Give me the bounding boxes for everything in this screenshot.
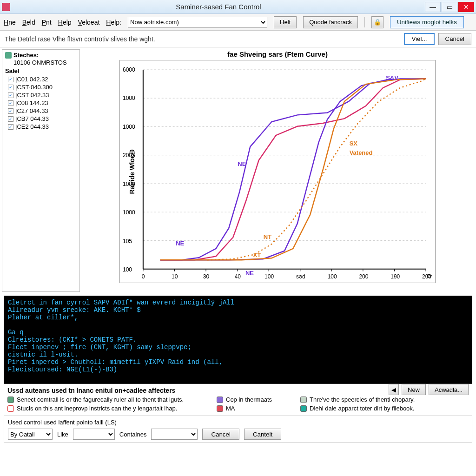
legend-swatch-icon <box>217 397 223 403</box>
prev-button[interactable]: ◀ <box>389 384 399 395</box>
chart-annotation: Vatened <box>350 149 373 156</box>
x-tick: 200 <box>359 273 368 280</box>
cancel-button[interactable]: Cancel <box>438 33 472 45</box>
menu-3[interactable]: Help <box>58 19 72 26</box>
filter-cantet-button[interactable]: Cantelt <box>244 429 281 440</box>
y-tick: 100 <box>123 266 132 273</box>
filter-by-select[interactable]: By Oatail <box>8 429 53 440</box>
y-tick: 1000 <box>123 124 135 130</box>
legend-buttons: ◀ New Acwadla... <box>389 384 469 395</box>
legend-item: Diehi daie apparct toter dirt by flleboo… <box>300 405 415 412</box>
sidebar-item-label: |C27 044.33 <box>15 107 48 114</box>
y-tick: 2005 <box>123 152 135 159</box>
console-output[interactable]: Cletrct in fan cyrrol SAPV ADIf* wan evr… <box>4 296 472 384</box>
titlebar: Saminer-sased Fan Control — ▭ ✕ <box>0 0 476 14</box>
menu-1[interactable]: Beld <box>22 19 35 26</box>
sidebar-item-4[interactable]: |C27 044.33 <box>5 107 77 115</box>
close-button[interactable]: ✕ <box>458 2 474 12</box>
sidebar-item-3[interactable]: |C08 144.23 <box>5 99 77 107</box>
sidebar: Steches: 10106 ONMRSTOS Salel |C01 042.3… <box>2 49 80 292</box>
chart-svg <box>120 60 435 283</box>
y-tick: 105 <box>123 238 132 245</box>
sidebar-item-2[interactable]: |CST 042.33 <box>5 91 77 99</box>
filter-row: By Oatail Like Containes Cancel Cantelt <box>8 429 468 440</box>
viel-button[interactable]: Viel... <box>404 33 434 45</box>
address-select[interactable]: Now aotriste.com) <box>128 17 267 28</box>
y-tick: 1000 <box>123 95 135 101</box>
y-tick: 6000 <box>123 66 135 73</box>
minimize-button[interactable]: — <box>425 2 441 12</box>
chart-annotation: NE <box>176 240 184 247</box>
x-tick: 100 <box>264 273 274 280</box>
sidebar-item-label: |C08 144.23 <box>15 99 48 106</box>
x-tick: 30 <box>203 273 209 280</box>
chart-annotation: NE <box>238 160 246 167</box>
legend-swatch-icon <box>300 397 307 403</box>
menu-2[interactable]: Pnt <box>42 19 52 26</box>
sidebar-item-1[interactable]: |CST·040.300 <box>5 83 77 91</box>
acwadla-button[interactable]: Acwadla... <box>429 384 469 395</box>
checkbox-icon[interactable] <box>8 116 13 122</box>
chart-title: fae Shveing sars (Ftem Curve) <box>84 50 471 58</box>
sidebar-item-label: |C01 042.32 <box>15 76 48 83</box>
legend-item: Senect comtrall is or the fagurecally ru… <box>7 396 203 403</box>
legend-text: Cop in thermaats <box>226 396 272 403</box>
legend-item: Cop in thermaats <box>217 396 286 403</box>
maximize-button[interactable]: ▭ <box>442 2 457 12</box>
filter-cancel-button[interactable]: Cancel <box>202 429 239 440</box>
like-label: Like <box>57 431 68 438</box>
filter-panel: Used control used iaffent pointo faill (… <box>4 416 472 443</box>
checkbox-icon[interactable] <box>8 85 13 90</box>
y-tick: 1000 <box>123 181 135 187</box>
filter-like-select[interactable] <box>73 429 115 440</box>
legend-item: Stucls on this ant lneprovp instricts ca… <box>7 405 203 412</box>
menu-5[interactable]: Help: <box>106 19 121 26</box>
checkbox-icon[interactable] <box>8 108 13 114</box>
x-tick: 40 <box>235 273 241 280</box>
legend-text: Senect comtrall is or the fagurecally ru… <box>17 396 184 403</box>
legend-text: MA <box>226 405 235 412</box>
chart-annotation: NT <box>264 233 271 240</box>
separator <box>364 17 365 27</box>
x-tick: 0 <box>142 273 145 280</box>
menu-0[interactable]: Hne <box>4 19 16 26</box>
filter-contains-select[interactable] <box>151 429 198 440</box>
sidebar-item-label: |CB7 044.33 <box>15 115 49 122</box>
legend-swatch-icon <box>300 405 307 412</box>
chart-annotation: XT <box>253 251 261 258</box>
chart-annotation: SX <box>350 140 357 147</box>
lock-icon[interactable]: 🔒 <box>371 16 383 28</box>
checkbox-icon[interactable] <box>8 77 13 82</box>
sidebar-node[interactable]: 10106 ONMRSTOS <box>5 59 77 66</box>
new-button[interactable]: New <box>402 384 426 395</box>
sidebar-header: Steches: <box>5 52 77 59</box>
sidebar-item-label: |CST 042.33 <box>15 92 49 99</box>
checkbox-icon[interactable] <box>8 124 13 130</box>
x-tick: 190 <box>390 273 400 280</box>
x-tick: 100 <box>328 273 337 280</box>
legend-swatch-icon <box>217 405 223 412</box>
quode-button[interactable]: Quode fancrack <box>303 16 358 28</box>
sidebar-item-6[interactable]: |CE2 044.33 <box>5 123 77 131</box>
legend-swatch-icon <box>7 397 14 403</box>
sidebar-item-label: |CE2 044.33 <box>15 123 49 130</box>
chart-annotation: NE <box>245 270 254 277</box>
helt-button[interactable]: Helt <box>274 16 297 28</box>
subheader: The Detrlcl rase Vlhe fltsvn controtiv s… <box>0 31 476 47</box>
legend-panel: ◀ New Acwadla... Ussd auteans used tn ln… <box>4 385 472 414</box>
legend-item: Thre've the speercies of thentl chopary. <box>300 396 415 403</box>
window-title: Saminer-sased Fan Control <box>13 3 424 11</box>
sidebar-group[interactable]: Salel <box>5 66 77 75</box>
menu-4[interactable]: Veloeat <box>78 19 100 26</box>
address-combo[interactable]: Now aotriste.com) <box>128 17 267 28</box>
legend-text: Thre've the speercies of thentl chopary. <box>310 396 415 403</box>
sidebar-item-0[interactable]: |C01 042.32 <box>5 75 77 83</box>
filter-title: Used control used iaffent pointo faill (… <box>8 419 468 426</box>
chart-annotation: S&V <box>386 74 398 81</box>
checkbox-icon[interactable] <box>8 100 13 106</box>
sidebar-item-5[interactable]: |CB7 044.33 <box>5 115 77 123</box>
legend-text: Stucls on this ant lneprovp instricts ca… <box>17 405 177 412</box>
checkbox-icon[interactable] <box>8 93 13 98</box>
uniflews-button[interactable]: Unifiews moglot helks <box>390 16 464 28</box>
x-tick: səd <box>296 273 305 280</box>
